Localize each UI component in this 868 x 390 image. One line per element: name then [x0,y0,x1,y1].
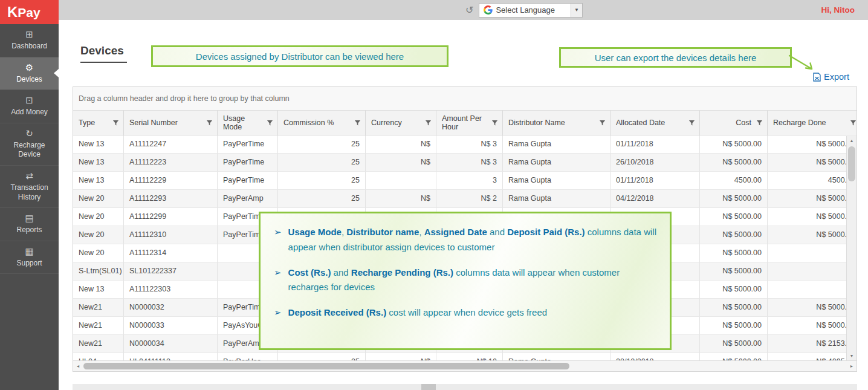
overlay-note-item: ➢Deposit Received (Rs.) cost will appear… [274,305,656,320]
table-cell: N$ 2153.00 [768,335,857,353]
recharge-device-icon: ↻ [2,128,57,139]
column-header-commission-[interactable]: Commission % [278,111,366,135]
sidebar-item-dashboard[interactable]: ⊞Dashboard [0,24,59,57]
filter-icon[interactable] [112,120,119,126]
table-cell: N$ 5000.00 [700,317,768,335]
table-cell [768,262,857,281]
filter-icon[interactable] [850,120,857,126]
app-logo[interactable]: KPay [0,0,59,24]
filter-icon[interactable] [756,120,763,126]
column-header-label: Commission % [283,119,334,127]
table-cell [366,172,436,190]
horizontal-scroll-thumb[interactable] [83,363,569,369]
table-row[interactable]: New 13A11112229PayPerTime253Rama Gupta01… [73,172,857,190]
table-cell: N$ 5000.00 [700,190,768,208]
logo-pay: Pay [18,5,40,19]
pager-strip [73,384,857,390]
table-cell: N$ 5000.00 [700,299,768,317]
table-cell: A11112310 [124,226,218,244]
table-row[interactable]: New 13A11112247PayPerTime25N$N$ 3Rama Gu… [73,135,857,154]
table-cell: A11112299 [124,208,218,226]
sidebar-item-transaction-history[interactable]: ⇄Transaction History [0,166,59,208]
sidebar-item-reports[interactable]: ▤Reports [0,208,59,241]
group-panel[interactable]: Drag a column header and drop it here to… [73,87,857,111]
filter-icon[interactable] [425,120,432,126]
language-select[interactable]: Select Language ▼ [479,3,583,18]
table-cell: New 13 [73,154,124,172]
filter-icon[interactable] [688,120,695,126]
table-cell: N$ 5000.00 [700,262,768,281]
filter-icon[interactable] [491,120,498,126]
table-cell: New21 [73,299,124,317]
scroll-down-icon[interactable]: ▼ [847,351,857,360]
table-cell: N$ 5000.00 [768,190,857,208]
scroll-right-icon[interactable]: ► [847,361,857,371]
table-cell: N$ 5000.00 [768,135,857,154]
column-header-serial-number[interactable]: Serial Number [124,111,218,135]
table-cell: N$ 5000.00 [700,154,768,172]
column-header-label: Usage Mode [223,114,264,132]
sidebar-item-support[interactable]: ▦Support [0,241,59,275]
table-cell: N$ [366,190,436,208]
table-cell: N$ 5000.00 [700,208,768,226]
sidebar-item-recharge-device[interactable]: ↻Recharge Device [0,123,59,166]
table-cell: N$ 5000.00 [700,281,768,299]
table-cell: 26/10/2018 [611,154,700,172]
arrow-bullet-icon: ➢ [274,265,282,296]
column-header-usage-mode[interactable]: Usage Mode [218,111,278,135]
scroll-up-icon[interactable]: ▲ [847,136,857,145]
column-header-label: Distributor Name [508,119,565,127]
filter-icon[interactable] [267,120,273,126]
annotation-overlay: ➢Usage Mode, Distributor name, Assigned … [259,212,672,350]
sidebar-item-label: Add Money [2,108,57,117]
chevron-down-icon[interactable]: ▼ [571,4,582,17]
table-cell: SL101222337 [124,262,218,281]
sidebar-item-label: Support [2,259,57,268]
grid-header: TypeSerial NumberUsage ModeCommission %C… [73,111,857,135]
table-row[interactable]: New 20A11112293PayPerAmp25N$N$ 2Rama Gup… [73,190,857,208]
table-cell: N$ 5000.00 [700,335,768,353]
table-row[interactable]: New 13A11112223PayPerTime25N$N$ 3Rama Gu… [73,154,857,172]
filter-icon[interactable] [599,120,606,126]
sidebar-item-label: Reports [2,226,57,235]
table-cell [768,244,857,262]
filter-icon[interactable] [354,120,361,126]
table-cell: New 20 [73,226,124,244]
table-cell: N0000033 [124,317,218,335]
devices-gear-icon: ⚙ [2,62,57,73]
refresh-icon[interactable]: ↺ [465,4,473,16]
column-header-recharge-done[interactable]: Recharge Done [768,111,857,135]
table-cell: 25 [278,135,366,154]
column-header-allocated-date[interactable]: Allocated Date [611,111,700,135]
column-header-cost[interactable]: Cost [700,111,768,135]
table-cell: 25 [278,190,366,208]
column-header-distributor-name[interactable]: Distributor Name [503,111,611,135]
table-cell: N$ [366,154,436,172]
reports-icon: ▤ [2,213,57,224]
vertical-scroll-thumb[interactable] [848,146,855,181]
table-cell: N$ 5000.00 [768,317,857,335]
user-greeting[interactable]: Hi, Nitoo [821,0,855,20]
vertical-scrollbar[interactable]: ▲ ▼ [846,136,857,360]
column-header-label: Amount Per Hour [442,114,488,132]
table-cell: N$ 2 [436,190,503,208]
column-header-label: Type [79,119,95,127]
export-button[interactable]: Export [813,72,849,82]
table-cell: N0000032 [124,299,218,317]
sidebar-item-add-money[interactable]: ⊡Add Money [0,90,59,123]
arrow-bullet-icon: ➢ [274,305,282,320]
sidebar-item-devices[interactable]: ⚙Devices [0,57,59,91]
table-cell: PayPerTime [218,154,278,172]
sidebar-item-label: Recharge Device [2,141,57,160]
table-cell: A11112293 [124,190,218,208]
scroll-left-icon[interactable]: ◄ [73,361,83,371]
transaction-history-icon: ⇄ [2,171,57,181]
table-cell: Rama Gupta [503,190,611,208]
column-header-type[interactable]: Type [73,111,124,135]
overlay-note-text: Cost (Rs.) and Recharge Pending (Rs.) co… [288,265,656,296]
export-label: Export [824,72,849,82]
column-header-currency[interactable]: Currency [366,111,436,135]
filter-icon[interactable] [206,120,213,126]
column-header-amount-per-hour[interactable]: Amount Per Hour [436,111,503,135]
horizontal-scrollbar[interactable]: ◄ ► [73,360,857,371]
